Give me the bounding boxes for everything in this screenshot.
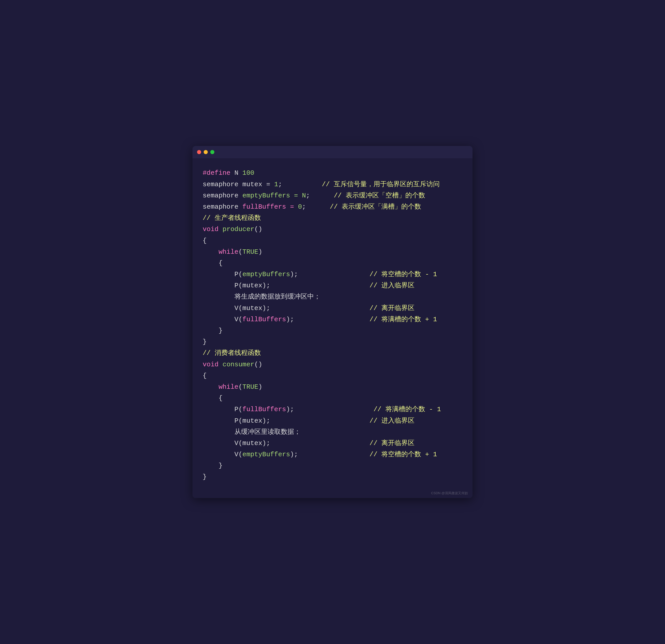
code-line-brace-close4: } xyxy=(203,460,462,471)
code-line-put-data: 将生成的数据放到缓冲区中； xyxy=(203,291,462,302)
code-line-read-data: 从缓冲区里读取数据； xyxy=(203,426,462,438)
code-segment: emptyBuffers xyxy=(242,449,290,460)
code-segment: // xyxy=(203,213,215,224)
code-segment: 将生成的数据放到缓冲区中； xyxy=(203,291,321,302)
code-line-v-mutex1: V(mutex); // 离开临界区 xyxy=(203,302,462,314)
code-area: #define N 100semaphore mutex = 1; // 互斥信… xyxy=(192,158,473,498)
minimize-dot[interactable] xyxy=(204,150,208,154)
code-line-brace-close1: } xyxy=(203,336,462,348)
code-segment: // xyxy=(310,190,345,201)
code-segment: while xyxy=(203,381,238,392)
code-segment: V(mutex); xyxy=(203,438,270,449)
maximize-dot[interactable] xyxy=(210,150,214,154)
code-segment: consumer xyxy=(218,359,254,370)
code-line-p-mutex1: P(mutex); // 进入临界区 xyxy=(203,280,462,291)
code-segment: { xyxy=(203,258,223,269)
code-line-while2: while(TRUE) xyxy=(203,381,462,392)
code-segment: 表示缓冲区「满槽」的个数 xyxy=(342,201,421,213)
code-segment: void xyxy=(203,224,218,235)
code-line-v-mutex2: V(mutex); // 离开临界区 xyxy=(203,438,462,449)
code-segment: 0 xyxy=(298,201,302,213)
code-segment: TRUE xyxy=(242,381,258,392)
code-segment: } xyxy=(203,460,223,471)
code-segment: 互斥信号量，用于临界区的互斥访问 xyxy=(334,179,440,190)
code-line-while1: while(TRUE) xyxy=(203,246,462,258)
titlebar xyxy=(192,146,473,158)
close-dot[interactable] xyxy=(197,150,201,154)
code-segment: ); xyxy=(286,314,294,325)
code-segment: TRUE xyxy=(242,246,258,258)
code-segment: void xyxy=(203,359,218,370)
code-segment: P( xyxy=(203,269,242,280)
code-segment: ( xyxy=(238,381,242,392)
code-segment: P(mutex); xyxy=(203,415,270,426)
code-segment: ; xyxy=(302,201,306,213)
code-segment: ); xyxy=(290,449,298,460)
code-segment: 100 xyxy=(242,167,254,179)
code-segment: } xyxy=(203,336,207,348)
code-segment: 将满槽的个数 + 1 xyxy=(381,314,437,325)
code-line-brace-open1: { xyxy=(203,235,462,246)
code-segment: V( xyxy=(203,314,242,325)
code-line-brace-close2: } xyxy=(203,325,462,336)
code-segment: // xyxy=(270,280,381,291)
code-segment: ); xyxy=(286,404,294,415)
code-line-v-full: V(fullBuffers); // 将满槽的个数 + 1 xyxy=(203,314,462,325)
code-window: #define N 100semaphore mutex = 1; // 互斥信… xyxy=(192,146,473,498)
code-line-p-empty: P(emptyBuffers); // 将空槽的个数 - 1 xyxy=(203,269,462,280)
code-segment: producer xyxy=(218,224,254,235)
code-segment: } xyxy=(203,471,207,482)
code-segment: fullBuffers xyxy=(242,404,286,415)
code-segment: #define xyxy=(203,167,230,179)
code-segment: // xyxy=(270,302,381,314)
code-segment: semaphore xyxy=(203,201,238,213)
watermark: CSDN @清风微波又何妨 xyxy=(431,491,468,496)
code-segment: N xyxy=(302,190,306,201)
code-segment: 从缓冲区里读取数据； xyxy=(203,426,301,438)
code-segment: // xyxy=(270,415,381,426)
code-segment: P( xyxy=(203,404,242,415)
code-segment: semaphore xyxy=(203,179,238,190)
code-line-define: #define N 100 xyxy=(203,167,462,179)
code-line-brace-open4: { xyxy=(203,392,462,404)
code-segment: { xyxy=(203,370,207,381)
code-segment: 将空槽的个数 - 1 xyxy=(381,269,437,280)
code-line-brace-open2: { xyxy=(203,258,462,269)
code-segment: fullBuffers = xyxy=(238,201,298,213)
code-line-brace-close3: } xyxy=(203,471,462,482)
code-segment: // xyxy=(298,269,381,280)
code-segment: 1 xyxy=(274,179,278,190)
code-segment: ; xyxy=(278,179,282,190)
code-segment: P(mutex); xyxy=(203,280,270,291)
code-segment: 消费者线程函数 xyxy=(215,348,261,359)
code-segment: V(mutex); xyxy=(203,302,270,314)
code-segment: 表示缓冲区「空槽」的个数 xyxy=(346,190,425,201)
code-segment: V( xyxy=(203,449,242,460)
code-segment: ( xyxy=(238,246,242,258)
code-segment: ; xyxy=(306,190,310,201)
code-segment: // xyxy=(294,314,381,325)
code-segment: 离开临界区 xyxy=(381,302,415,314)
code-segment: { xyxy=(203,235,207,246)
code-segment: // xyxy=(294,404,385,415)
code-segment: // xyxy=(298,449,381,460)
code-line-v-empty: V(emptyBuffers); // 将空槽的个数 + 1 xyxy=(203,449,462,460)
code-segment: 将空槽的个数 + 1 xyxy=(381,449,437,460)
code-segment: // xyxy=(203,348,215,359)
code-segment: emptyBuffers = xyxy=(238,190,302,201)
code-line-fullBuffers: semaphore fullBuffers = 0; // 表示缓冲区「满槽」的… xyxy=(203,201,462,213)
code-segment: ); xyxy=(290,269,298,280)
code-segment: // xyxy=(270,438,381,449)
code-line-void-producer: void producer() xyxy=(203,224,462,235)
code-line-void-consumer: void consumer() xyxy=(203,359,462,370)
code-line-p-mutex2: P(mutex); // 进入临界区 xyxy=(203,415,462,426)
code-segment: () xyxy=(254,359,262,370)
code-segment: while xyxy=(203,246,238,258)
code-line-mutex: semaphore mutex = 1; // 互斥信号量，用于临界区的互斥访问 xyxy=(203,179,462,190)
code-line-brace-open3: { xyxy=(203,370,462,381)
code-segment: semaphore xyxy=(203,190,238,201)
code-segment: 将满槽的个数 - 1 xyxy=(385,404,441,415)
code-line-comment-consumer: // 消费者线程函数 xyxy=(203,348,462,359)
code-segment: fullBuffers xyxy=(242,314,286,325)
code-segment: // xyxy=(282,179,334,190)
